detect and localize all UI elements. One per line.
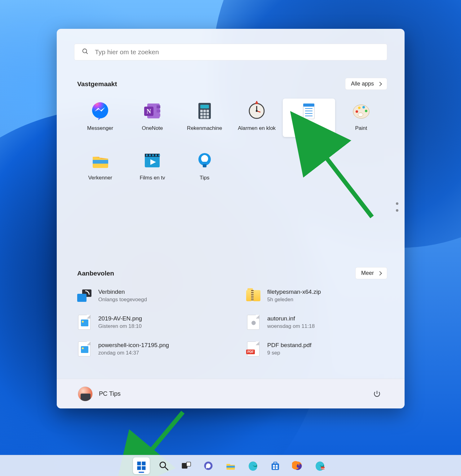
svg-point-31 [309,104,310,105]
recommended-grid: Verbinden Onlangs toegevoegd filetypesma… [74,289,387,356]
svg-rect-62 [137,466,141,470]
pinned-app-label: Kladblok [299,125,319,131]
svg-rect-71 [272,463,279,470]
power-icon [373,390,381,398]
chat-button[interactable] [200,457,217,474]
pinned-grid: MessengerN OneNote Rekenmachine Alarmen … [74,99,387,187]
svg-rect-18 [203,116,206,118]
pinned-header: Vastgemaakt Alle apps [74,78,387,90]
page-indicator[interactable] [396,202,398,212]
svg-point-34 [313,104,314,105]
svg-rect-55 [203,164,206,167]
svg-point-28 [304,104,305,105]
start-button[interactable] [133,457,150,474]
svg-rect-13 [206,110,209,112]
svg-rect-50 [152,154,154,156]
more-label: Meer [361,270,374,276]
svg-rect-4 [157,105,160,108]
taskview-button[interactable] [178,457,194,474]
explorer-button[interactable] [222,457,239,474]
connect-icon [77,289,91,303]
taskbar: CAN [0,455,461,476]
edge-button[interactable] [245,457,261,474]
svg-point-30 [307,104,308,105]
svg-point-33 [312,104,313,105]
recommended-item-title: 2019-AV-EN.png [98,315,142,322]
username-label: PC Tips [99,390,121,397]
svg-point-25 [256,110,258,112]
movies-icon [142,151,162,170]
svg-rect-75 [273,467,275,469]
onenote-icon: N [142,101,162,121]
svg-rect-6 [157,113,160,117]
svg-line-1 [86,52,88,54]
svg-rect-16 [206,113,209,115]
more-button[interactable]: Meer [355,267,387,279]
pinned-app-alarmen-en-klok[interactable]: Alarmen en klok [231,99,283,137]
firefox-button[interactable] [289,457,306,474]
recommended-item-subtitle: Onlangs toegevoegd [98,297,147,303]
clock-icon [247,101,267,121]
svg-point-43 [362,106,365,108]
recommended-item[interactable]: autorun.inf woensdag om 11:18 [246,315,387,329]
chevron-right-icon [378,271,382,275]
recommended-item[interactable]: filetypesman-x64.zip 5h geleden [246,289,387,303]
svg-rect-49 [149,154,151,156]
svg-rect-12 [203,110,206,112]
pinned-app-films-en-tv[interactable]: Films en tv [126,148,178,187]
pinned-app-label: Rekenmachine [187,125,222,131]
recommended-item-subtitle: zondag om 14:37 [98,350,169,356]
pinned-title: Vastgemaakt [74,80,117,88]
svg-rect-73 [273,465,275,467]
pinned-app-tips[interactable]: Tips [179,148,231,187]
pinned-app-messenger[interactable]: Messenger [74,99,126,137]
pinned-app-kladblok[interactable]: Kladblok [283,99,335,137]
store-button[interactable] [267,457,284,474]
svg-rect-19 [206,116,209,118]
svg-rect-63 [142,466,145,470]
pinned-app-onenote[interactable]: N OneNote [126,99,178,137]
calculator-icon [195,101,215,121]
avatar [78,386,93,401]
messenger-icon [90,101,110,121]
user-account-button[interactable]: PC Tips [78,386,121,401]
recommended-item-title: powershell-icon-17195.png [98,342,169,349]
paint-icon [351,101,371,121]
chevron-right-icon [378,82,382,86]
image-icon [77,315,91,329]
svg-rect-48 [146,154,148,156]
search-button[interactable] [155,457,172,474]
pinned-app-label: Paint [355,125,367,131]
search-input[interactable] [95,48,379,56]
svg-rect-52 [158,154,160,156]
svg-rect-17 [200,116,203,118]
recommended-item[interactable]: PDF PDF bestand.pdf 9 sep [246,342,387,356]
recommended-item[interactable]: Verbinden Onlangs toegevoegd [77,289,218,303]
svg-rect-67 [186,462,191,466]
search-box[interactable] [74,44,387,60]
search-icon [82,48,89,56]
pinned-app-label: Tips [200,175,210,181]
pinned-app-paint[interactable]: Paint [335,99,387,137]
all-apps-button[interactable]: Alle apps [345,78,387,90]
pinned-app-label: Films en tv [140,175,165,181]
power-button[interactable] [370,387,383,400]
recommended-item-title: Verbinden [98,289,147,295]
edge-canary-button[interactable]: CAN [312,457,328,474]
pinned-app-label: Alarmen en klok [238,125,276,131]
recommended-item-title: filetypesman-x64.zip [267,289,321,295]
svg-rect-15 [203,113,206,115]
start-menu: Vastgemaakt Alle apps MessengerN OneNote… [57,29,405,408]
pinned-app-rekenmachine[interactable]: Rekenmachine [179,99,231,137]
svg-rect-22 [256,101,257,103]
svg-point-29 [306,104,307,105]
recommended-item[interactable]: powershell-icon-17195.png zondag om 14:3… [77,342,218,356]
svg-rect-5 [157,109,160,112]
explorer-icon [90,151,110,170]
svg-text:CAN: CAN [321,467,325,469]
recommended-item-subtitle: woensdag om 11:18 [267,323,315,329]
recommended-item-subtitle: 9 sep [267,350,312,356]
recommended-item[interactable]: 2019-AV-EN.png Gisteren om 18:10 [77,315,218,329]
svg-rect-26 [303,105,314,119]
pinned-app-verkenner[interactable]: Verkenner [74,148,126,187]
